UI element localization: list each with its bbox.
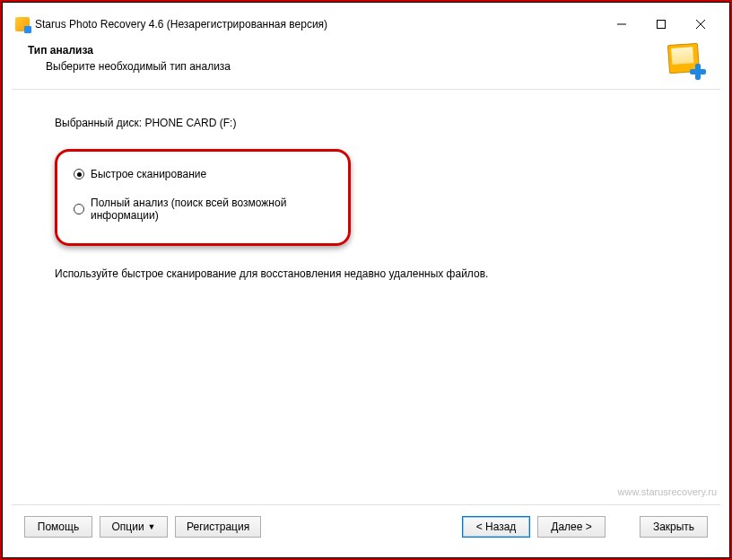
options-button-label: Опции	[111, 521, 144, 533]
maximize-button[interactable]	[641, 12, 681, 37]
maximize-icon	[657, 20, 666, 29]
photo-recovery-icon	[668, 44, 704, 78]
svg-rect-1	[658, 21, 666, 29]
minimize-button[interactable]	[602, 12, 641, 37]
full-scan-label: Полный анализ (поиск всей возможной инфо…	[91, 197, 332, 222]
next-button-label: Далее >	[551, 521, 592, 533]
minimize-icon	[617, 20, 626, 29]
window-title: Starus Photo Recovery 4.6 (Незарегистрир…	[35, 18, 327, 31]
titlebar: Starus Photo Recovery 4.6 (Незарегистрир…	[12, 12, 720, 37]
wizard-content: Выбранный диск: PHONE CARD (F:) Быстрое …	[12, 90, 720, 504]
full-scan-radio[interactable]: Полный анализ (поиск всей возможной инфо…	[74, 197, 332, 222]
watermark-text: www.starusrecovery.ru	[618, 486, 717, 497]
scan-description: Используйте быстрое сканирование для вос…	[55, 267, 677, 280]
wizard-footer: Помощь Опции ▼ Регистрация < Назад Далее…	[12, 505, 720, 548]
close-window-button[interactable]	[681, 12, 720, 37]
next-button[interactable]: Далее >	[537, 516, 606, 538]
help-button[interactable]: Помощь	[24, 516, 92, 538]
registration-button-label: Регистрация	[187, 521, 249, 533]
quick-scan-radio[interactable]: Быстрое сканирование	[74, 168, 332, 180]
help-button-label: Помощь	[38, 521, 79, 533]
app-icon	[15, 17, 30, 31]
scan-options-group: Быстрое сканирование Полный анализ (поис…	[55, 149, 351, 246]
radio-icon	[74, 204, 84, 214]
radio-icon	[74, 169, 84, 179]
wizard-header: Тип анализа Выберите необходимый тип ана…	[12, 37, 720, 90]
registration-button[interactable]: Регистрация	[175, 516, 261, 538]
page-subtitle: Выберите необходимый тип анализа	[28, 60, 668, 73]
app-window: Starus Photo Recovery 4.6 (Незарегистрир…	[12, 12, 720, 548]
selected-disk-label: Выбранный диск: PHONE CARD (F:)	[55, 117, 677, 129]
options-button[interactable]: Опции ▼	[100, 516, 168, 538]
quick-scan-label: Быстрое сканирование	[91, 168, 206, 180]
close-icon	[696, 20, 705, 29]
close-button-label: Закрыть	[653, 521, 694, 533]
page-title: Тип анализа	[28, 44, 668, 57]
window-controls	[602, 12, 720, 37]
close-button[interactable]: Закрыть	[640, 516, 708, 538]
back-button-label: < Назад	[476, 521, 517, 533]
chevron-down-icon: ▼	[148, 522, 156, 531]
back-button[interactable]: < Назад	[462, 516, 530, 538]
